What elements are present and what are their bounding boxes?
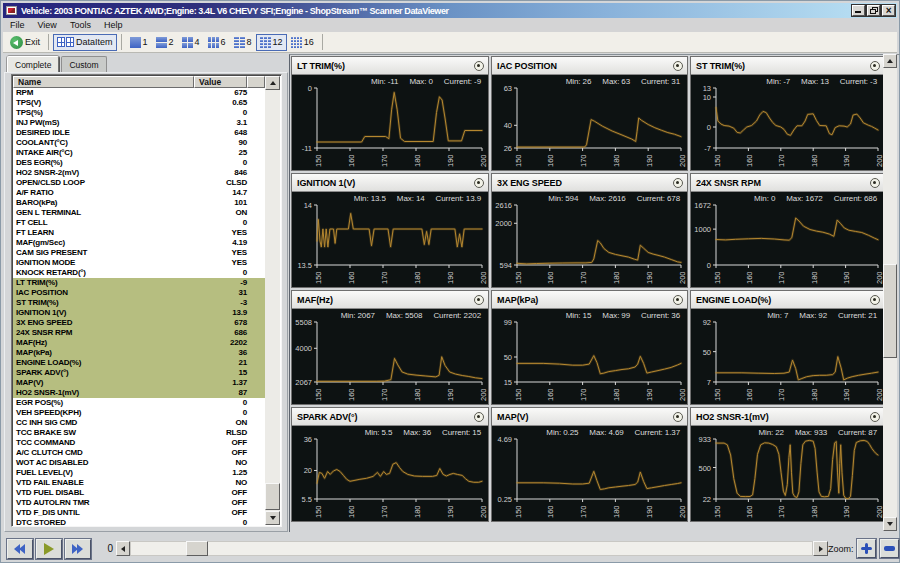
timeline-thumb[interactable]: [186, 541, 208, 556]
table-row[interactable]: TCC COMMANDOFF: [13, 438, 265, 448]
row-name: WOT AC DISABLED: [13, 458, 194, 468]
table-row[interactable]: CC INH SIG CMDON: [13, 418, 265, 428]
table-scroll-thumb[interactable]: [265, 483, 280, 510]
table-row[interactable]: VTD FAIL ENABLENO: [13, 478, 265, 488]
record-target-icon[interactable]: [870, 61, 880, 71]
timeline-scrollbar[interactable]: [116, 541, 828, 556]
table-row[interactable]: RPM675: [13, 88, 265, 98]
table-row[interactable]: WOT AC DISABLEDNO: [13, 458, 265, 468]
table-row[interactable]: ENGINE LOAD(%)21: [13, 358, 265, 368]
timeline-scroll-right-button[interactable]: [813, 541, 828, 556]
table-scrollbar[interactable]: [265, 76, 280, 525]
table-row[interactable]: FT LEARNYES: [13, 228, 265, 238]
column-header-value[interactable]: Value: [194, 76, 247, 88]
column-header-name[interactable]: Name: [13, 76, 194, 88]
play-icon: [44, 543, 54, 555]
table-row[interactable]: VTD FUEL DISABLOFF: [13, 488, 265, 498]
record-target-icon[interactable]: [870, 295, 880, 305]
table-row[interactable]: 3X ENG SPEED678: [13, 318, 265, 328]
tab-custom[interactable]: Custom: [61, 56, 106, 73]
svg-text:99: 99: [504, 318, 512, 327]
record-target-icon[interactable]: [474, 178, 484, 188]
menu-file[interactable]: File: [3, 20, 31, 30]
charts-scroll-up-button[interactable]: [883, 54, 897, 68]
record-target-icon[interactable]: [474, 295, 484, 305]
table-row[interactable]: INJ PW(mS)3.1: [13, 118, 265, 128]
record-target-icon[interactable]: [474, 61, 484, 71]
table-row[interactable]: CAM SIG PRESENTYES: [13, 248, 265, 258]
table-row[interactable]: SPARK ADV(°)15: [13, 368, 265, 378]
table-row[interactable]: TCC BRAKE SWRLSD: [13, 428, 265, 438]
layout-8-button[interactable]: 8: [230, 34, 256, 51]
menu-help[interactable]: Help: [97, 20, 129, 30]
layout-2-button[interactable]: 2: [152, 34, 178, 51]
close-button[interactable]: ×: [882, 5, 895, 16]
layout-12-button[interactable]: 12: [256, 34, 287, 51]
zoom-out-button[interactable]: [880, 539, 899, 558]
table-row[interactable]: HO2 SNSR-1(mV)87: [13, 388, 265, 398]
table-row[interactable]: TPS(V)0.65: [13, 98, 265, 108]
record-target-icon[interactable]: [870, 412, 880, 422]
table-row[interactable]: OPEN/CLSD LOOPCLSD: [13, 178, 265, 188]
table-row[interactable]: A/C CLUTCH CMDOFF: [13, 448, 265, 458]
table-row[interactable]: VTD F_DIS UNTILOFF: [13, 508, 265, 518]
dataitem-button[interactable]: DataItem: [53, 34, 117, 51]
record-target-icon[interactable]: [474, 412, 484, 422]
table-row[interactable]: BARO(kPa)101: [13, 198, 265, 208]
menu-view[interactable]: View: [31, 20, 63, 30]
table-row[interactable]: GEN L TERMINALON: [13, 208, 265, 218]
table-row[interactable]: VTD AUTOLRN TMROFF: [13, 498, 265, 508]
minimize-button[interactable]: [852, 5, 865, 16]
layout-6-button[interactable]: 6: [204, 34, 230, 51]
table-row[interactable]: TPS(%)0: [13, 108, 265, 118]
table-row[interactable]: HO2 SNSR-2(mV)846: [13, 168, 265, 178]
table-row[interactable]: DES EGR(%)0: [13, 158, 265, 168]
timeline-track[interactable]: [130, 541, 813, 556]
rewind-button[interactable]: [7, 539, 33, 559]
row-name: IAC POSITION: [13, 288, 194, 298]
table-scroll-down-button[interactable]: [265, 511, 280, 525]
table-row[interactable]: EGR POS(%)0: [13, 398, 265, 408]
exit-button[interactable]: Exit: [6, 34, 44, 51]
table-row[interactable]: A/F RATIO14.7: [13, 188, 265, 198]
menu-tools[interactable]: Tools: [63, 20, 97, 30]
table-row[interactable]: DESIRED IDLE648: [13, 128, 265, 138]
table-row[interactable]: COOLANT(°C)90: [13, 138, 265, 148]
table-row[interactable]: MAP(V)1.37: [13, 378, 265, 388]
record-target-icon[interactable]: [673, 178, 683, 188]
charts-scroll-thumb[interactable]: [883, 264, 897, 358]
charts-scrollbar[interactable]: [883, 54, 897, 531]
play-button[interactable]: [36, 539, 62, 559]
layout-1-button[interactable]: 1: [126, 34, 152, 51]
zoom-in-button[interactable]: [857, 539, 876, 558]
table-row[interactable]: LT TRIM(%)-9: [13, 278, 265, 288]
table-scroll-up-button[interactable]: [265, 76, 280, 90]
table-row[interactable]: MAF(Hz)2202: [13, 338, 265, 348]
table-row[interactable]: KNOCK RETARD(°)0: [13, 268, 265, 278]
table-row[interactable]: FUEL LEVEL(V)1.25: [13, 468, 265, 478]
record-target-icon[interactable]: [673, 412, 683, 422]
svg-text:1672: 1672: [694, 201, 711, 210]
charts-scroll-down-button[interactable]: [883, 517, 897, 531]
layout-4-button[interactable]: 4: [178, 34, 204, 51]
table-row[interactable]: 24X SNSR RPM686: [13, 328, 265, 338]
table-row[interactable]: IGNITION MODEYES: [13, 258, 265, 268]
table-row[interactable]: IGNITION 1(V)13.9: [13, 308, 265, 318]
table-row[interactable]: VEH SPEED(KPH)0: [13, 408, 265, 418]
record-target-icon[interactable]: [673, 61, 683, 71]
layout-16-button[interactable]: 16: [287, 34, 318, 51]
table-body: RPM675TPS(V)0.65TPS(%)0INJ PW(mS)3.1DESI…: [13, 88, 265, 525]
record-target-icon[interactable]: [673, 295, 683, 305]
chart-plot: Min: -7Max: 13Current: -313100-715016017…: [691, 75, 884, 170]
record-target-icon[interactable]: [870, 178, 880, 188]
restore-button[interactable]: [867, 5, 880, 16]
table-row[interactable]: INTAKE AIR(°C)25: [13, 148, 265, 158]
timeline-scroll-left-button[interactable]: [116, 541, 130, 556]
fast-forward-button[interactable]: [65, 539, 91, 559]
table-row[interactable]: IAC POSITION31: [13, 288, 265, 298]
table-row[interactable]: MAP(kPa)36: [13, 348, 265, 358]
table-row[interactable]: DTC STORED0: [13, 518, 265, 525]
table-row[interactable]: ST TRIM(%)-3: [13, 298, 265, 308]
table-row[interactable]: MAF(gm/Sec)4.19: [13, 238, 265, 248]
table-row[interactable]: FT CELL0: [13, 218, 265, 228]
